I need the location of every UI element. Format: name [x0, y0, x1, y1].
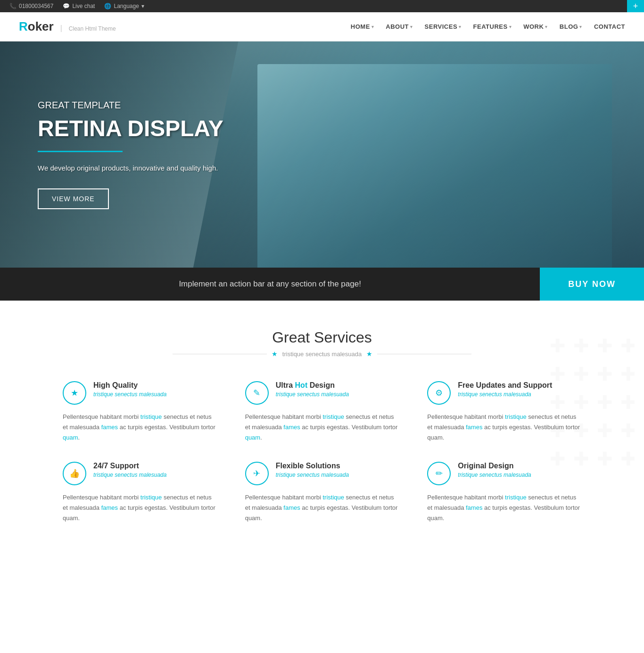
divider-line-right [377, 354, 471, 354]
header: Roker | Clean Html Theme HOME ▾ ABOUT ▾ … [0, 12, 644, 41]
svg-text:✚: ✚ [620, 420, 635, 441]
view-more-button[interactable]: View More [38, 188, 109, 209]
nav-home[interactable]: HOME ▾ [351, 23, 374, 30]
service-header-design: ✎ Ultra Hot Design tristique senectus ma… [245, 381, 399, 405]
plane-service-icon: ✈ [245, 462, 269, 485]
service-header-updates: ⚙ Free Updates and Support tristique sen… [427, 381, 581, 405]
service-desc-flexible: Pellentesque habitant morbi tristique se… [245, 492, 399, 523]
service-link-fames-2[interactable]: fames [283, 424, 300, 431]
chevron-down-icon: ▾ [459, 24, 462, 29]
nav-blog[interactable]: BLOG ▾ [560, 23, 582, 30]
hot-text: Hot [295, 381, 308, 389]
service-item-quality: ★ High Quality tristique senectus malesu… [63, 381, 217, 443]
service-link-original[interactable]: tristique [505, 494, 527, 501]
service-link-fames-5[interactable]: fames [283, 504, 300, 511]
services-section: ✚ ✚ ✚ ✚ ✚ ✚ ✚ ✚ ✚ ✚ ✚ ✚ ✚ ✚ ✚ ✚ ✚ ✚ ✚ ✚ … [0, 301, 644, 562]
service-desc-original: Pellentesque habitant morbi tristique se… [427, 492, 581, 523]
service-item-flexible: ✈ Flexible Solutions tristique senectus … [245, 462, 399, 523]
service-title-original: Original Design [458, 462, 581, 470]
divider-line-left [173, 354, 267, 354]
service-link-flexible[interactable]: tristique [322, 494, 344, 501]
section-divider: ★ tristique senectus malesuada ★ [19, 350, 625, 358]
gear-service-icon: ⚙ [427, 381, 451, 405]
language-item[interactable]: 🌐 Language ▾ [104, 3, 144, 9]
service-title-block-flexible: Flexible Solutions tristique senectus ma… [276, 462, 399, 478]
hero-description: We develop original products, innovative… [38, 164, 223, 172]
star-left-icon: ★ [272, 350, 278, 358]
service-link-fames-3[interactable]: fames [466, 424, 482, 431]
buy-now-button[interactable]: BUY NOW [540, 268, 644, 301]
service-link-quam-2[interactable]: quam [245, 434, 261, 441]
chevron-down-icon: ▾ [410, 24, 413, 29]
hero-section: GREAT TEMPLATE RETINA DISPLAY We develop… [0, 41, 644, 268]
thumbs-service-icon: 👍 [63, 462, 86, 485]
hero-people-overlay [257, 64, 611, 268]
phone-number: 01800034567 [19, 3, 53, 9]
logo: Roker | Clean Html Theme [19, 19, 116, 34]
service-subtitle-updates: tristique senectus malesuada [458, 391, 581, 398]
service-link-fames-6[interactable]: fames [466, 504, 482, 511]
service-header-quality: ★ High Quality tristique senectus malesu… [63, 381, 217, 405]
service-header-original: ✏ Original Design tristique senectus mal… [427, 462, 581, 485]
chat-label: Live chat [72, 3, 95, 9]
service-title-flexible: Flexible Solutions [276, 462, 399, 470]
action-bar: Implement an action bar at any section o… [0, 268, 644, 301]
services-grid: ★ High Quality tristique senectus malesu… [63, 381, 581, 524]
service-title-design: Ultra Hot Design [276, 381, 399, 390]
service-header-support: 👍 24/7 Support tristique senectus malesu… [63, 462, 217, 485]
top-bar: 📞 01800034567 💬 Live chat 🌐 Language ▾ + [0, 0, 644, 12]
hero-title: RETINA DISPLAY [38, 115, 223, 141]
svg-text:✚: ✚ [620, 364, 635, 384]
plus-button[interactable]: + [627, 0, 644, 12]
chevron-down-icon: ▾ [509, 24, 512, 29]
logo-text: Roker [19, 19, 54, 34]
phone-icon: 📞 [9, 3, 17, 9]
nav-work[interactable]: WORK ▾ [523, 23, 548, 30]
chevron-down-icon: ▾ [372, 24, 374, 29]
service-title-quality: High Quality [93, 381, 217, 390]
chevron-down-icon: ▾ [545, 24, 548, 29]
chevron-down-icon: ▾ [579, 24, 582, 29]
service-item-updates: ⚙ Free Updates and Support tristique sen… [427, 381, 581, 443]
service-subtitle-quality: tristique senectus malesuada [93, 391, 217, 398]
nav-about[interactable]: ABOUT ▾ [386, 23, 413, 30]
logo-subtitle: Clean Html Theme [69, 25, 116, 32]
svg-text:✚: ✚ [597, 364, 613, 384]
service-link-support[interactable]: tristique [140, 494, 162, 501]
service-title-block-support: 24/7 Support tristique senectus malesuad… [93, 462, 217, 478]
service-desc-support: Pellentesque habitant morbi tristique se… [63, 492, 217, 523]
service-desc-updates: Pellentesque habitant morbi tristique se… [427, 412, 581, 443]
phone-item[interactable]: 📞 01800034567 [9, 3, 53, 9]
hero-subtitle: GREAT TEMPLATE [38, 100, 223, 111]
service-item-support: 👍 24/7 Support tristique senectus malesu… [63, 462, 217, 523]
star-right-icon: ★ [366, 350, 372, 358]
service-link-quality[interactable]: tristique [140, 413, 162, 420]
svg-text:✚: ✚ [597, 392, 613, 413]
service-link-updates[interactable]: tristique [505, 413, 527, 420]
service-link-fames-1[interactable]: fames [101, 424, 118, 431]
language-label: Language [114, 3, 139, 9]
service-title-block-original: Original Design tristique senectus males… [458, 462, 581, 478]
section-divider-subtitle: tristique senectus malesuada [282, 351, 362, 358]
svg-text:✚: ✚ [597, 420, 613, 441]
service-title-updates: Free Updates and Support [458, 381, 581, 390]
service-subtitle-design: tristique senectus malesuada [276, 391, 399, 398]
service-link-design[interactable]: tristique [322, 413, 344, 420]
svg-text:✚: ✚ [597, 449, 613, 469]
pen-service-icon: ✎ [245, 381, 269, 405]
service-link-quam-1[interactable]: quam [63, 434, 78, 441]
nav-features[interactable]: FEATURES ▾ [473, 23, 512, 30]
service-title-block-quality: High Quality tristique senectus malesuad… [93, 381, 217, 398]
nav-contact[interactable]: CONTACT [594, 23, 625, 30]
svg-text:✚: ✚ [620, 449, 635, 469]
logo-rest: oker [28, 19, 54, 33]
services-title: Great Services [19, 329, 625, 346]
service-subtitle-support: tristique senectus malesuada [93, 472, 217, 478]
hero-content: GREAT TEMPLATE RETINA DISPLAY We develop… [0, 100, 261, 209]
service-link-fames-4[interactable]: fames [101, 504, 118, 511]
chat-item[interactable]: 💬 Live chat [63, 3, 95, 9]
logo-divider: | [60, 24, 62, 33]
service-subtitle-original: tristique senectus malesuada [458, 472, 581, 478]
nav-services[interactable]: SERVICES ▾ [425, 23, 462, 30]
hero-divider [38, 151, 123, 152]
